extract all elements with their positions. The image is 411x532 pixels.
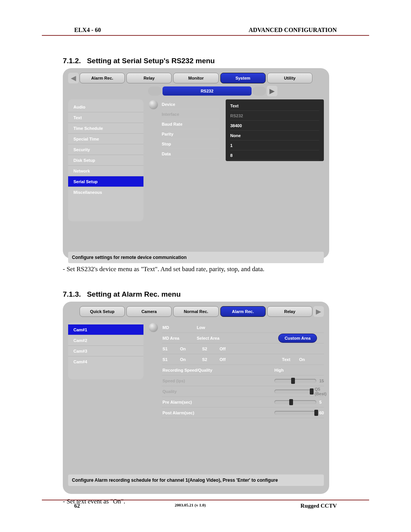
- tab-monitor[interactable]: Monitor: [173, 73, 218, 83]
- sidebar-item-miscellaneous[interactable]: Miscellaneous: [68, 187, 143, 198]
- value-column: TextRS23238400None18: [226, 99, 324, 161]
- post-alarm-slider[interactable]: [274, 411, 316, 415]
- sidebar-item-text[interactable]: Text: [68, 112, 143, 123]
- setting-label-baud-rate: Baud Rate: [162, 119, 219, 129]
- sidebar-item-cam-4[interactable]: Cam#4: [68, 356, 143, 367]
- tab-camera[interactable]: Camera: [126, 306, 172, 317]
- rs232-detail: DeviceInterfaceBaud RateParityStopData T…: [149, 99, 324, 221]
- sidebar-1: AudioTextTime ScheduleSpecial TimeSecuri…: [68, 99, 143, 221]
- alarm-rec-panel: Quick SetupCameraNormal Rec.Alarm Rec.Re…: [63, 302, 329, 494]
- setting-value-data[interactable]: 8: [230, 150, 319, 160]
- footer-date: 2003.05.21 (v 1.0): [175, 503, 206, 509]
- tab-next-icon[interactable]: ▶: [313, 306, 324, 317]
- tab-relay[interactable]: Relay: [126, 73, 172, 83]
- setting-label-interface: Interface: [162, 109, 219, 119]
- tab-system[interactable]: System: [220, 73, 266, 83]
- sidebar-item-audio[interactable]: Audio: [68, 102, 143, 112]
- setting-label-parity: Parity: [162, 129, 219, 139]
- row-pre-alarm[interactable]: Pre Alarm(sec) 5: [162, 397, 324, 407]
- sidebar-item-network[interactable]: Network: [68, 166, 143, 176]
- subtab-next-icon[interactable]: ▶: [267, 86, 277, 96]
- header-left: ELX4 - 60: [74, 27, 101, 34]
- subtab-rs232[interactable]: RS232: [162, 86, 252, 96]
- page-number: 62: [74, 503, 80, 509]
- setting-label-data: Data: [162, 149, 219, 159]
- sidebar-2: Cam#1Cam#2Cam#3Cam#4: [68, 322, 143, 379]
- setting-value-parity[interactable]: None: [230, 131, 319, 141]
- custom-area-button[interactable]: Custom Area: [278, 334, 317, 343]
- setting-value-interface[interactable]: RS232: [230, 111, 319, 121]
- tab-quick-setup[interactable]: Quick Setup: [80, 306, 125, 317]
- setting-label-device: Device: [162, 99, 219, 109]
- header-right: ADVANCED CONFIGURATION: [249, 27, 337, 34]
- setting-value-stop[interactable]: 1: [230, 141, 319, 150]
- row-rec-speed-quality[interactable]: Recording Speed/Quality High: [162, 365, 324, 375]
- sidebar-item-time-schedule[interactable]: Time Schedule: [68, 123, 143, 134]
- tab-alarm-rec-[interactable]: Alarm Rec.: [220, 306, 266, 317]
- setting-value-device[interactable]: Text: [230, 101, 319, 111]
- rs232-panel: ◀ Alarm Rec.RelayMonitorSystemUtility RS…: [63, 68, 329, 259]
- sidebar-item-cam-1[interactable]: Cam#1: [68, 324, 143, 335]
- detail-icon: [149, 100, 158, 109]
- tab-row-2: Quick SetupCameraNormal Rec.Alarm Rec.Re…: [68, 306, 324, 317]
- tab-relay[interactable]: Relay: [267, 306, 312, 317]
- section-title-1: 7.1.2. Setting at Serial Setup's RS232 m…: [63, 57, 369, 65]
- row-md[interactable]: MD Low: [162, 322, 324, 333]
- alarm-detail: MD Low MD Area Select Area Custom Area S…: [149, 322, 324, 459]
- setting-value-baud-rate[interactable]: 38400: [230, 121, 319, 131]
- page-header: ELX4 - 60 ADVANCED CONFIGURATION: [42, 27, 369, 36]
- speed-slider[interactable]: [274, 379, 316, 383]
- document-page: ELX4 - 60 ADVANCED CONFIGURATION 7.1.2. …: [0, 0, 411, 532]
- sidebar-item-special-time[interactable]: Special Time: [68, 134, 143, 144]
- tab-utility[interactable]: Utility: [267, 73, 312, 83]
- subtab-next[interactable]: [252, 86, 266, 96]
- row-s1-s2-b[interactable]: S1 On S2 Off Text On: [162, 354, 324, 365]
- row-s1-s2-a[interactable]: S1 On S2 Off: [162, 343, 324, 354]
- pre-alarm-slider[interactable]: [274, 400, 316, 404]
- sidebar-item-cam-3[interactable]: Cam#3: [68, 346, 143, 356]
- sidebar-item-cam-2[interactable]: Cam#2: [68, 335, 143, 346]
- page-footer: 62 2003.05.21 (v 1.0) Rugged CCTV: [42, 500, 369, 509]
- tab-row-1: ◀ Alarm Rec.RelayMonitorSystemUtility: [68, 73, 324, 83]
- hint-bar-2: Configure Alarm recording schedule for f…: [68, 474, 324, 486]
- subtab-row: RS232 ▶: [148, 86, 277, 96]
- section-title-2: 7.1.3. Setting at Alarm Rec. menu: [63, 290, 369, 299]
- detail-icon-2: [149, 323, 158, 332]
- setting-label-stop: Stop: [162, 139, 219, 149]
- row-quality[interactable]: Quality Q5 (Best): [162, 386, 324, 397]
- sidebar-item-disk-setup[interactable]: Disk Setup: [68, 155, 143, 166]
- quality-slider[interactable]: [274, 390, 312, 393]
- sidebar-item-security[interactable]: Security: [68, 144, 143, 155]
- section-1-note: - Set RS232's device menu as "Text". And…: [63, 265, 369, 273]
- tab-prev-icon[interactable]: ◀: [68, 73, 79, 83]
- footer-brand: Rugged CCTV: [301, 503, 337, 509]
- row-speed[interactable]: Speed (ips) 15: [162, 375, 324, 386]
- row-post-alarm[interactable]: Post Alarm(sec) 60: [162, 407, 324, 418]
- hint-bar-1: Configure settings for remote device com…: [68, 252, 324, 263]
- row-md-area[interactable]: MD Area Select Area Custom Area: [162, 333, 324, 343]
- subtab-prev[interactable]: [148, 86, 162, 96]
- tab-normal-rec-[interactable]: Normal Rec.: [173, 306, 218, 317]
- sidebar-item-serial-setup[interactable]: Serial Setup: [68, 176, 143, 187]
- tab-alarm-rec-[interactable]: Alarm Rec.: [80, 73, 125, 83]
